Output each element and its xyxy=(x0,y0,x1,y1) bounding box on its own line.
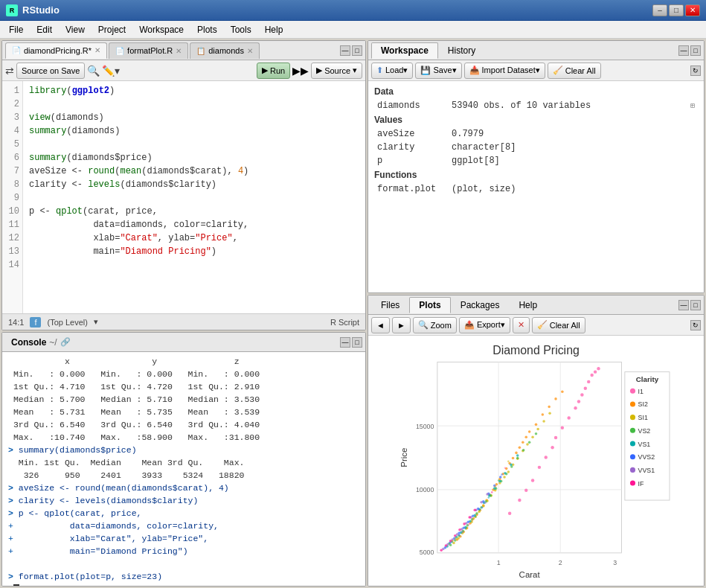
run-btn[interactable]: ▶ Run xyxy=(257,63,290,79)
run-label: Run xyxy=(270,66,285,75)
svg-text:IF: IF xyxy=(638,480,644,488)
console-row: Min. : 0.000 Min. : 0.000 Min. : 0.000 xyxy=(8,368,359,380)
data-section-header: Data xyxy=(371,84,701,99)
editor-maximize[interactable]: □ xyxy=(352,45,362,56)
console-title: Console ~/ 🔗 xyxy=(5,337,77,348)
menu-help[interactable]: Help xyxy=(259,23,289,36)
console-row: > format.plot(plot=p, size=23) xyxy=(8,570,359,583)
svg-point-115 xyxy=(510,464,513,467)
export-icon: 📤 xyxy=(464,320,475,330)
svg-point-178 xyxy=(630,454,635,459)
svg-point-153 xyxy=(468,523,470,525)
export-btn[interactable]: 📤 Export▾ xyxy=(459,317,510,333)
svg-text:Clarity: Clarity xyxy=(636,375,659,383)
workspace-toolbar: ⬆ Load▾ 💾 Save▾ 📥 Import Dataset▾ 🧹 Clea… xyxy=(368,60,704,81)
title-bar: R RStudio – □ ✕ xyxy=(0,0,706,21)
close-button[interactable]: ✕ xyxy=(685,4,700,16)
remove-plot-btn[interactable]: ✕ xyxy=(513,317,530,333)
tab-files[interactable]: Files xyxy=(371,297,409,313)
workspace-item-diamonds[interactable]: diamonds 53940 obs. of 10 variables ⊞ xyxy=(371,99,701,112)
clear-all-btn[interactable]: 🧹 Clear All xyxy=(548,63,601,79)
item-name: clarity xyxy=(377,142,452,153)
clear-icon: 🧹 xyxy=(553,65,563,75)
import-dataset-btn[interactable]: 📥 Import Dataset▾ xyxy=(464,63,545,79)
svg-point-90 xyxy=(475,512,478,515)
svg-point-23 xyxy=(554,436,557,439)
console-row: 326 950 2401 3933 5324 18820 xyxy=(8,469,359,482)
tab-diamond-pricing[interactable]: 📄 diamondPricing.R* ✕ xyxy=(5,42,107,59)
editor-toolbar: ⇄ Source on Save 🔍 ✏️▾ ▶ Run ▶▶ ▶ Source… xyxy=(2,60,365,81)
svg-point-141 xyxy=(449,540,452,543)
scope-dropdown[interactable]: ▾ xyxy=(94,317,98,327)
code-editor[interactable]: 12345 678910 11121314 library(ggplot2) v… xyxy=(2,81,365,313)
editor-minimize[interactable]: — xyxy=(340,45,350,56)
svg-text:VVS2: VVS2 xyxy=(638,453,655,461)
tab-format-plot[interactable]: 📄 formatPlot.R ✕ xyxy=(109,42,188,59)
console-row: + xlab="Carat", ylab="Price", xyxy=(8,532,359,545)
status-box: f xyxy=(30,317,41,327)
tab-workspace[interactable]: Workspace xyxy=(371,42,438,59)
workspace-minimize[interactable]: — xyxy=(678,45,689,56)
zoom-btn[interactable]: 🔍 Zoom xyxy=(413,317,457,333)
svg-point-152 xyxy=(465,528,467,530)
svg-point-128 xyxy=(499,476,502,479)
source-label: Source xyxy=(324,66,350,75)
workspace-refresh[interactable]: ↻ xyxy=(690,65,701,76)
menu-file[interactable]: File xyxy=(3,23,29,36)
svg-point-80 xyxy=(531,435,534,438)
maximize-button[interactable]: □ xyxy=(669,4,684,16)
console-maximize[interactable]: □ xyxy=(352,337,362,348)
console-minimize[interactable]: — xyxy=(340,337,350,348)
menu-project[interactable]: Project xyxy=(92,23,132,36)
svg-point-27 xyxy=(577,400,580,403)
minimize-button[interactable]: – xyxy=(652,4,667,16)
plots-minimize[interactable]: — xyxy=(678,300,689,310)
svg-point-16 xyxy=(508,512,511,515)
svg-point-22 xyxy=(551,446,553,449)
workspace-item-p[interactable]: p ggplot[8] xyxy=(371,154,701,167)
svg-point-79 xyxy=(526,443,529,446)
svg-point-20 xyxy=(538,466,541,469)
load-label: Load▾ xyxy=(385,65,408,75)
plots-refresh[interactable]: ↻ xyxy=(690,320,701,330)
workspace-maximize[interactable]: □ xyxy=(690,45,701,56)
save-btn[interactable]: 💾 Save▾ xyxy=(415,63,461,79)
code-content[interactable]: library(ggplot2) view(diamonds) summary(… xyxy=(23,81,365,313)
tab-help[interactable]: Help xyxy=(509,297,547,313)
menu-edit[interactable]: Edit xyxy=(31,23,58,36)
back-btn[interactable]: ◄ xyxy=(371,317,390,333)
import-icon: 📥 xyxy=(469,65,480,75)
save-icon: 💾 xyxy=(420,65,431,75)
forward-btn[interactable]: ► xyxy=(392,317,411,333)
menu-tools[interactable]: Tools xyxy=(225,23,257,36)
svg-point-172 xyxy=(630,415,635,420)
load-btn[interactable]: ⬆ Load▾ xyxy=(371,63,413,79)
tab-plots[interactable]: Plots xyxy=(409,297,450,313)
svg-point-164 xyxy=(504,467,507,469)
tab-close-3[interactable]: ✕ xyxy=(247,47,253,55)
source-btn[interactable]: ▶ Source ▾ xyxy=(311,63,362,79)
grid-icon[interactable]: ⊞ xyxy=(690,101,695,110)
tab-close[interactable]: ✕ xyxy=(94,46,100,54)
tab-packages[interactable]: Packages xyxy=(451,297,510,313)
svg-text:VVS1: VVS1 xyxy=(638,467,655,474)
cursor-position: 14:1 xyxy=(8,318,24,327)
tab-diamonds[interactable]: 📋 diamonds ✕ xyxy=(190,42,260,59)
menu-plots[interactable]: Plots xyxy=(191,23,223,36)
workspace-item-clarity[interactable]: clarity character[8] xyxy=(371,141,701,154)
svg-text:2: 2 xyxy=(559,559,562,566)
console-output[interactable]: x y z Min. : 0.000 Min. : 0.000 Min. : 0… xyxy=(2,352,365,586)
console-path-icon[interactable]: 🔗 xyxy=(60,337,71,347)
tab-history[interactable]: History xyxy=(438,42,485,59)
workspace-item-format-plot[interactable]: format.plot (plot, size) xyxy=(371,182,701,196)
item-name: aveSize xyxy=(377,129,452,139)
workspace-item-avesize[interactable]: aveSize 0.7979 xyxy=(371,127,701,141)
remove-icon: ✕ xyxy=(518,320,524,330)
menu-view[interactable]: View xyxy=(60,23,91,36)
menu-workspace[interactable]: Workspace xyxy=(133,23,190,36)
plots-maximize[interactable]: □ xyxy=(690,300,701,310)
clear-all-plots-btn[interactable]: 🧹 Clear All xyxy=(532,317,585,333)
svg-point-24 xyxy=(561,426,564,429)
tab-close-2[interactable]: ✕ xyxy=(176,47,182,55)
source-on-save-btn[interactable]: Source on Save xyxy=(16,63,85,79)
